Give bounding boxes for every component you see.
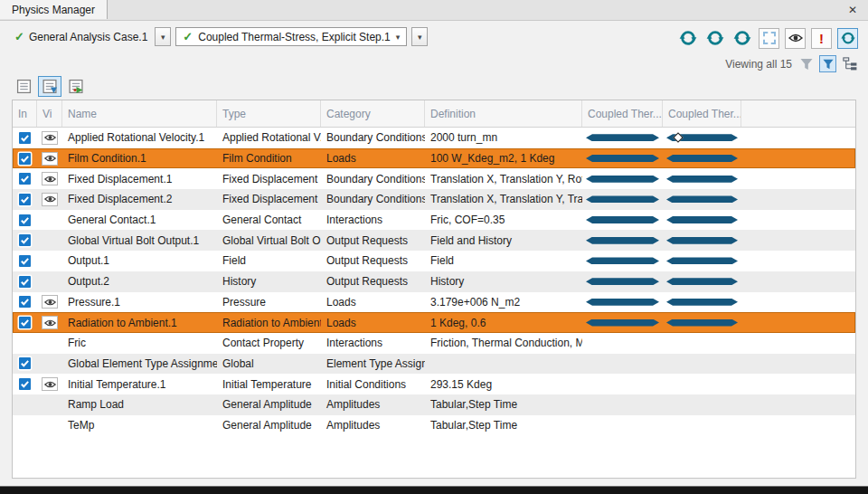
tree-view-button[interactable] <box>843 57 858 71</box>
step2-cell <box>663 292 741 313</box>
visibility-toggle[interactable] <box>42 193 58 206</box>
column-header-definition[interactable]: Definition <box>425 100 582 127</box>
include-checkbox[interactable] <box>19 296 31 308</box>
step1-cell <box>582 292 663 313</box>
analysis-case-selector[interactable]: ✓ General Analysis Case.1 <box>12 28 150 46</box>
table-row[interactable]: Fixed Displacement.2Fixed DisplacementBo… <box>13 189 855 210</box>
tab-title: Physics Manager <box>12 4 95 16</box>
category-cell: Element Type Assign... <box>321 354 425 375</box>
table-row[interactable]: Applied Rotational Velocity.1Applied Rot… <box>13 128 855 148</box>
auto-update-toggle-button[interactable] <box>837 28 858 49</box>
visibility-toggle[interactable] <box>42 316 58 329</box>
visibility-cell <box>37 292 62 313</box>
step-activity-bar[interactable] <box>666 257 738 264</box>
update-case-button[interactable] <box>704 27 726 49</box>
tree-icon <box>843 57 858 71</box>
tab-physics-manager[interactable]: Physics Manager <box>0 0 108 19</box>
visibility-toggle[interactable] <box>42 131 58 145</box>
table-row[interactable]: Ramp LoadGeneral AmplitudeAmplitudesTabu… <box>13 394 855 415</box>
table-row[interactable]: Global Virtual Bolt Output.1Global Virtu… <box>13 230 855 251</box>
view-export-button[interactable] <box>64 76 88 97</box>
include-cell <box>13 354 37 375</box>
errors-button[interactable]: ! <box>811 28 832 49</box>
step-activity-bar[interactable] <box>666 216 738 223</box>
include-checkbox[interactable] <box>19 153 31 165</box>
visibility-toggle[interactable] <box>42 377 58 391</box>
column-header-vi[interactable]: Vi <box>37 100 62 127</box>
table-row[interactable]: Film Condition.1Film ConditionLoads100 W… <box>13 148 855 169</box>
type-cell: History <box>217 271 321 292</box>
step2-cell <box>663 312 741 333</box>
step-activity-bar[interactable] <box>586 155 659 162</box>
warning-icon: ! <box>819 32 824 45</box>
visibility-toggle[interactable] <box>42 172 58 185</box>
step-activity-bar[interactable] <box>666 278 738 285</box>
include-checkbox[interactable] <box>19 317 31 328</box>
step-activity-bar[interactable] <box>666 319 738 327</box>
column-header-name[interactable]: Name <box>62 100 217 127</box>
step-activity-bar[interactable] <box>586 319 659 327</box>
column-header-coupled-ther[interactable]: Coupled Ther... <box>663 100 741 127</box>
select-region-button[interactable] <box>759 28 779 49</box>
step-activity-bar[interactable] <box>586 195 659 203</box>
visibility-toggle[interactable] <box>42 152 58 166</box>
table-row[interactable]: General Contact.1General ContactInteract… <box>13 210 855 231</box>
step1-cell <box>582 210 663 231</box>
close-button[interactable]: ✕ <box>845 3 860 17</box>
include-checkbox[interactable] <box>19 234 31 246</box>
table-row[interactable]: Global Element Type Assignment.1GlobalEl… <box>13 354 855 375</box>
step2-cell <box>663 128 741 148</box>
name-cell: Film Condition.1 <box>62 148 217 169</box>
column-header-category[interactable]: Category <box>321 100 425 127</box>
step-activity-bar[interactable] <box>586 257 659 264</box>
table-row[interactable]: Output.1FieldOutput RequestsField <box>13 251 855 271</box>
table-row[interactable]: Radiation to Ambient.1Radiation to Ambie… <box>13 312 855 333</box>
view-list-button[interactable] <box>12 76 35 97</box>
step-activity-bar[interactable] <box>586 134 659 141</box>
include-checkbox[interactable] <box>19 255 31 267</box>
column-header-coupled-ther[interactable]: Coupled Ther... <box>582 100 663 127</box>
step-activity-bar[interactable] <box>666 299 738 306</box>
name-cell: Global Element Type Assignment.1 <box>62 354 217 375</box>
include-checkbox[interactable] <box>19 357 31 369</box>
step-activity-bar[interactable] <box>666 176 738 183</box>
table-row[interactable]: Fixed Displacement.1Fixed DisplacementBo… <box>13 168 855 189</box>
visibility-toggle[interactable] <box>42 295 58 309</box>
filter-button[interactable] <box>800 58 813 71</box>
include-checkbox[interactable] <box>19 276 31 288</box>
table-row[interactable]: FricContact PropertyInteractionsFriction… <box>13 333 855 354</box>
step-activity-bar[interactable] <box>586 299 659 306</box>
include-checkbox[interactable] <box>19 173 31 185</box>
table-row[interactable]: Pressure.1PressureLoads3.179e+006 N_m2 <box>13 292 855 313</box>
step-activity-bar[interactable] <box>666 195 738 203</box>
table-row[interactable]: TeMpGeneral AmplitudeAmplitudesTabular,S… <box>13 415 855 436</box>
step-activity-bar[interactable] <box>586 237 659 244</box>
column-header-in[interactable]: In <box>13 100 37 127</box>
table-row[interactable]: Initial Temperature.1Initial Temperature… <box>13 374 855 394</box>
step-selector[interactable]: ✓ Coupled Thermal-Stress, Explicit Step.… <box>175 27 407 46</box>
include-cell <box>13 189 37 210</box>
view-import-button[interactable] <box>38 76 61 97</box>
close-icon: ✕ <box>848 4 857 16</box>
analysis-case-dropdown-button[interactable]: ▾ <box>155 27 171 46</box>
visibility-options-button[interactable] <box>785 28 806 49</box>
step-activity-bar[interactable] <box>666 155 738 162</box>
update-step-button[interactable] <box>731 27 753 49</box>
include-checkbox[interactable] <box>19 194 31 205</box>
table-row[interactable]: Output.2HistoryOutput RequestsHistory <box>13 271 855 292</box>
step1-cell <box>582 251 663 271</box>
include-checkbox[interactable] <box>19 214 31 226</box>
row-filler <box>741 251 855 271</box>
case-step-toolbar: ✓ General Analysis Case.1 ▾ ✓ Coupled Th… <box>12 27 428 46</box>
step-activity-bar[interactable] <box>586 216 659 223</box>
column-header-type[interactable]: Type <box>217 100 321 127</box>
update-all-button[interactable] <box>677 27 699 49</box>
step-dropdown-button[interactable]: ▾ <box>411 27 428 46</box>
include-checkbox[interactable] <box>19 132 31 144</box>
include-checkbox[interactable] <box>19 378 31 390</box>
step-activity-bar[interactable] <box>666 237 738 244</box>
features-table: InViNameTypeCategoryDefinitionCoupled Th… <box>12 100 856 479</box>
step-activity-bar[interactable] <box>586 278 659 285</box>
step-activity-bar[interactable] <box>586 176 659 183</box>
filter-active-button[interactable] <box>819 55 836 72</box>
